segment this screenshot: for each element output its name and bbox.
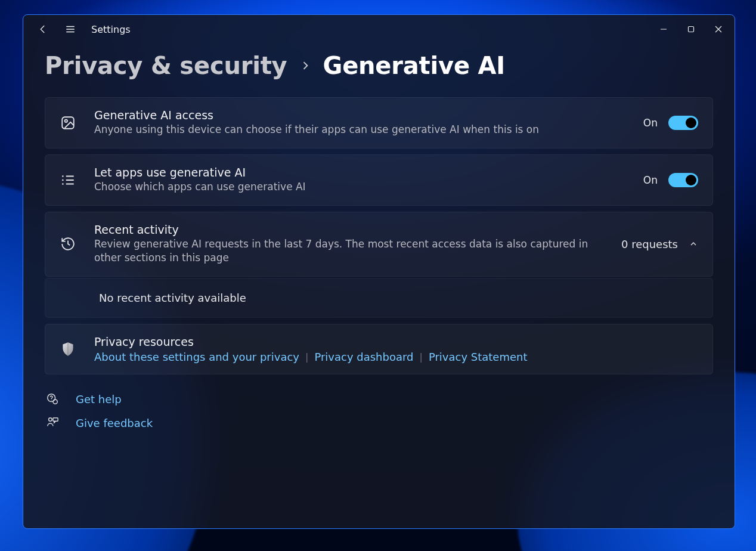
card-title: Recent activity <box>94 223 603 236</box>
give-feedback-link[interactable]: Give feedback <box>76 417 153 429</box>
breadcrumb-parent[interactable]: Privacy & security <box>45 52 287 79</box>
help-icon <box>46 392 59 405</box>
let-apps-use-ai-toggle[interactable] <box>668 173 698 187</box>
separator: | <box>420 351 423 363</box>
shield-icon <box>60 341 76 358</box>
request-count: 0 requests <box>621 238 678 250</box>
svg-point-4 <box>62 179 64 181</box>
card-title: Privacy resources <box>94 335 698 348</box>
recent-activity-card[interactable]: Recent activity Review generative AI req… <box>45 212 713 277</box>
hamburger-menu-button[interactable] <box>57 17 84 41</box>
empty-text: No recent activity available <box>99 292 246 304</box>
chevron-right-icon <box>299 60 311 72</box>
svg-point-2 <box>65 119 67 122</box>
breadcrumb: Privacy & security Generative AI <box>45 52 713 79</box>
svg-rect-1 <box>62 117 74 129</box>
toggle-label: On <box>643 117 658 129</box>
chevron-up-icon <box>689 239 698 249</box>
svg-point-8 <box>53 400 57 404</box>
svg-rect-10 <box>53 418 58 422</box>
toggle-label: On <box>643 174 658 186</box>
get-help-item[interactable]: Get help <box>46 392 713 405</box>
back-button[interactable] <box>29 17 57 41</box>
titlebar: Settings <box>23 15 735 44</box>
privacy-statement-link[interactable]: Privacy Statement <box>429 351 528 363</box>
card-title: Generative AI access <box>94 109 625 122</box>
svg-rect-0 <box>689 27 694 32</box>
let-apps-use-ai-card: Let apps use generative AI Choose which … <box>45 154 713 206</box>
maximize-button[interactable] <box>677 18 705 40</box>
settings-window: Settings Privacy & security Generative A… <box>23 14 735 529</box>
generative-ai-access-card: Generative AI access Anyone using this d… <box>45 97 713 148</box>
generative-ai-access-toggle[interactable] <box>668 116 698 130</box>
image-icon <box>60 114 76 131</box>
card-title: Let apps use generative AI <box>94 166 625 179</box>
list-icon <box>60 172 76 188</box>
separator: | <box>305 351 308 363</box>
give-feedback-item[interactable]: Give feedback <box>46 416 713 429</box>
feedback-icon <box>46 416 59 429</box>
svg-point-9 <box>49 418 52 422</box>
minimize-button[interactable] <box>650 18 677 40</box>
close-button[interactable] <box>705 18 732 40</box>
card-desc: Review generative AI requests in the las… <box>94 237 603 266</box>
recent-activity-empty: No recent activity available <box>45 278 713 318</box>
card-desc: Choose which apps can use generative AI <box>94 180 625 194</box>
history-icon <box>60 236 76 252</box>
svg-point-3 <box>62 175 64 177</box>
privacy-resources-card: Privacy resources About these settings a… <box>45 324 713 374</box>
breadcrumb-current: Generative AI <box>323 52 506 79</box>
about-settings-privacy-link[interactable]: About these settings and your privacy <box>94 351 299 363</box>
card-desc: Anyone using this device can choose if t… <box>94 123 625 137</box>
get-help-link[interactable]: Get help <box>76 393 122 405</box>
content-area: Privacy & security Generative AI Generat… <box>23 44 735 528</box>
svg-point-7 <box>51 400 52 400</box>
svg-point-5 <box>62 183 64 185</box>
app-title: Settings <box>91 24 131 35</box>
privacy-dashboard-link[interactable]: Privacy dashboard <box>314 351 413 363</box>
